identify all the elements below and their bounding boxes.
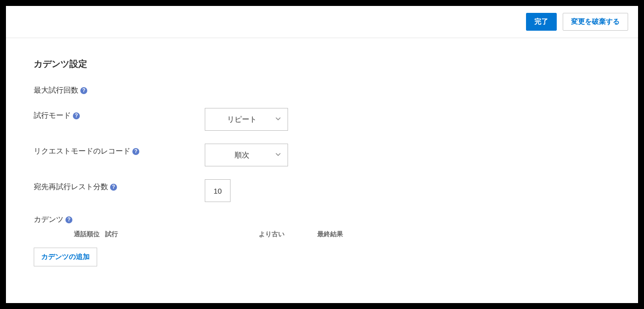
column-header-attempt: 試行 [100,230,259,239]
field-attempt-mode: 試行モード ? リピート [34,108,610,131]
discard-button[interactable]: 変更を破棄する [563,13,628,31]
request-mode-record-select-wrap: 順次 [205,144,288,166]
label-dest-retry-rest-minutes: 宛先再試行レスト分数 ? [34,179,205,192]
help-icon[interactable]: ? [80,87,87,94]
help-icon[interactable]: ? [110,184,117,191]
label-text: リクエストモードのレコード [34,147,130,156]
add-cadence-button[interactable]: カデンツの追加 [34,248,97,266]
cadence-table-header: 通話順位 試行 より古い 最終結果 [34,230,610,239]
label-text: 試行モード [34,111,71,120]
request-mode-record-select[interactable]: 順次 [205,144,288,166]
label-cadence: カデンツ ? [34,215,205,224]
dest-retry-rest-minutes-control [205,179,231,202]
label-attempt-mode: 試行モード ? [34,108,205,120]
attempt-mode-select[interactable]: リピート [205,108,288,131]
label-text: カデンツ [34,215,63,224]
column-header-rank: 通話順位 [73,230,100,239]
toolbar: 完了 変更を破棄する [6,6,638,38]
help-icon[interactable]: ? [65,216,72,223]
done-button[interactable]: 完了 [526,13,557,31]
help-icon[interactable]: ? [73,112,80,119]
section-title: カデンツ設定 [34,58,610,70]
attempt-mode-select-wrap: リピート [205,108,288,131]
content-area: カデンツ設定 最大試行回数 ? 試行モード ? リピート リクエストモードのレコ… [6,38,638,303]
dest-retry-rest-minutes-input[interactable] [205,179,231,202]
field-request-mode-record: リクエストモードのレコード ? 順次 [34,144,610,166]
label-text: 宛先再試行レスト分数 [34,182,108,192]
label-text: 最大試行回数 [34,86,78,95]
field-cadence: カデンツ ? [34,215,610,224]
column-header-older: より古い [259,230,317,239]
help-icon[interactable]: ? [132,148,139,155]
column-header-final: 最終結果 [317,230,343,239]
field-dest-retry-rest-minutes: 宛先再試行レスト分数 ? [34,179,610,202]
label-request-mode-record: リクエストモードのレコード ? [34,144,205,156]
settings-window: 完了 変更を破棄する カデンツ設定 最大試行回数 ? 試行モード ? リピート [6,6,638,303]
field-max-attempts: 最大試行回数 ? [34,86,610,95]
label-max-attempts: 最大試行回数 ? [34,86,205,95]
